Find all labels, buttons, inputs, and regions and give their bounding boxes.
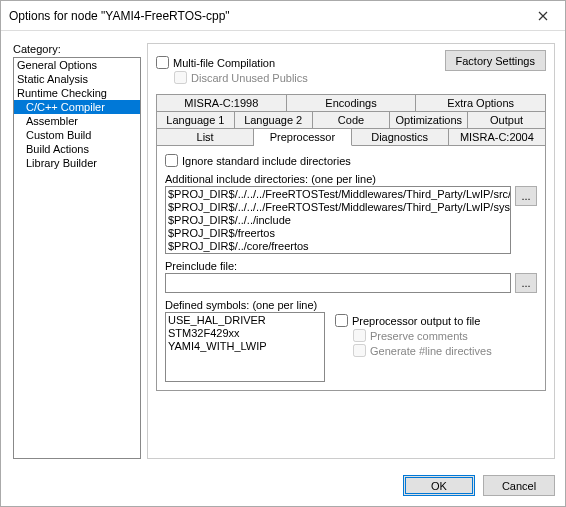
category-label: Category: (13, 43, 141, 55)
options-dialog: Options for node "YAMI4-FreeRTOS-cpp" Ca… (0, 0, 566, 507)
category-item[interactable]: C/C++ Compiler (14, 100, 140, 114)
ok-button[interactable]: OK (403, 475, 475, 496)
titlebar: Options for node "YAMI4-FreeRTOS-cpp" (1, 1, 565, 31)
tab[interactable]: Language 1 (156, 111, 235, 128)
ignore-std-checkbox[interactable]: Ignore standard include directories (165, 154, 537, 167)
discard-unused-input (174, 71, 187, 84)
close-button[interactable] (523, 2, 563, 30)
tab[interactable]: Optimizations (390, 111, 468, 128)
category-item[interactable]: Library Builder (14, 156, 140, 170)
generate-line-label: Generate #line directives (370, 345, 492, 357)
preserve-comments-label: Preserve comments (370, 330, 468, 342)
category-item[interactable]: Assembler (14, 114, 140, 128)
category-panel: Category: General OptionsStatic Analysis… (13, 43, 141, 459)
tab[interactable]: Extra Options (416, 94, 546, 111)
tab-content-preprocessor: Ignore standard include directories Addi… (156, 145, 546, 391)
ignore-std-input[interactable] (165, 154, 178, 167)
settings-panel: Factory Settings Multi-file Compilation … (147, 43, 555, 459)
factory-settings-button[interactable]: Factory Settings (445, 50, 546, 71)
pp-output-input[interactable] (335, 314, 348, 327)
tab-control: MISRA-C:1998EncodingsExtra Options Langu… (156, 94, 546, 391)
tab[interactable]: Language 2 (235, 111, 313, 128)
preserve-comments-checkbox: Preserve comments (353, 329, 537, 342)
category-item[interactable]: Runtime Checking (14, 86, 140, 100)
tab[interactable]: List (156, 128, 254, 145)
cancel-button[interactable]: Cancel (483, 475, 555, 496)
additional-include-browse-button[interactable]: ... (515, 186, 537, 206)
category-item[interactable]: Build Actions (14, 142, 140, 156)
ignore-std-label: Ignore standard include directories (182, 155, 351, 167)
defined-symbols-label: Defined symbols: (one per line) (165, 299, 537, 311)
tab[interactable]: Preprocessor (254, 128, 351, 146)
tab[interactable]: Output (468, 111, 546, 128)
discard-unused-label: Discard Unused Publics (191, 72, 308, 84)
category-item[interactable]: Custom Build (14, 128, 140, 142)
preinclude-label: Preinclude file: (165, 260, 537, 272)
tab[interactable]: Code (313, 111, 391, 128)
generate-line-checkbox: Generate #line directives (353, 344, 537, 357)
category-list[interactable]: General OptionsStatic AnalysisRuntime Ch… (13, 57, 141, 459)
defined-symbols-textarea[interactable]: USE_HAL_DRIVER STM32F429xx YAMI4_WITH_LW… (165, 312, 325, 382)
tab[interactable]: MISRA-C:2004 (449, 128, 546, 145)
tab[interactable]: Encodings (287, 94, 417, 111)
additional-include-label: Additional include directories: (one per… (165, 173, 537, 185)
discard-unused-checkbox: Discard Unused Publics (174, 71, 546, 84)
category-item[interactable]: Static Analysis (14, 72, 140, 86)
additional-include-textarea[interactable]: $PROJ_DIR$/../../../FreeRTOSTest/Middlew… (165, 186, 511, 254)
generate-line-input (353, 344, 366, 357)
window-title: Options for node "YAMI4-FreeRTOS-cpp" (9, 9, 523, 23)
category-item[interactable]: General Options (14, 58, 140, 72)
pp-output-checkbox[interactable]: Preprocessor output to file (335, 314, 537, 327)
close-icon (538, 11, 548, 21)
pp-output-label: Preprocessor output to file (352, 315, 480, 327)
preserve-comments-input (353, 329, 366, 342)
multi-file-label: Multi-file Compilation (173, 57, 275, 69)
multi-file-input[interactable] (156, 56, 169, 69)
preinclude-input[interactable] (165, 273, 511, 293)
dialog-footer: OK Cancel (1, 467, 565, 506)
tab[interactable]: Diagnostics (352, 128, 449, 145)
preinclude-browse-button[interactable]: ... (515, 273, 537, 293)
tab[interactable]: MISRA-C:1998 (156, 94, 287, 111)
